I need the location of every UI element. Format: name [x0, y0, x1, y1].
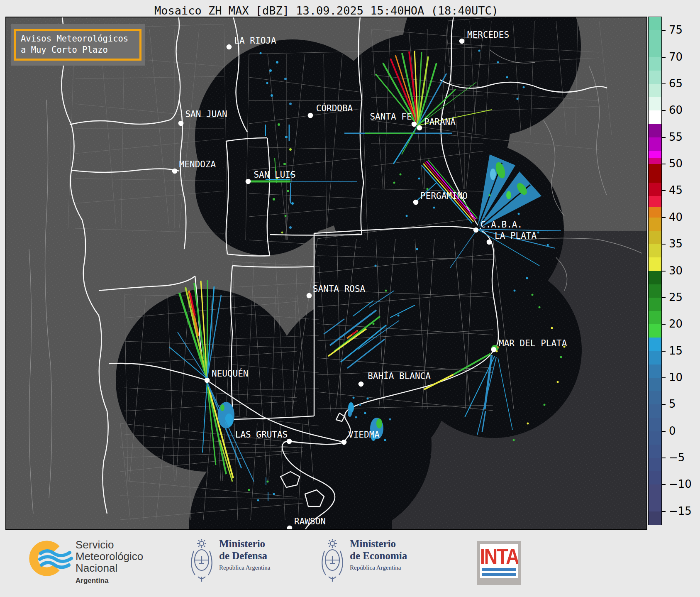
colorbar-segment	[649, 124, 661, 137]
colorbar-tick	[662, 190, 666, 191]
colorbar-segment	[649, 71, 661, 84]
economia-line1: Ministerio	[350, 538, 407, 550]
dbz-colorbar	[649, 17, 661, 525]
colorbar-segment	[649, 365, 661, 378]
map-canvas: LA RIOJAMERCEDESSAN JUANCÓRDOBASANTA FEP…	[5, 17, 647, 530]
colorbar-segment	[649, 338, 661, 351]
colorbar-segment	[649, 445, 661, 458]
city-label: C.A.B.A.	[480, 220, 522, 230]
colorbar-tick	[662, 324, 666, 325]
city-label: MENDOZA	[179, 159, 216, 169]
city-label: CÓRDOBA	[316, 103, 353, 113]
city-label: BAHÍA BLANCA	[368, 371, 431, 381]
colorbar-tick	[662, 110, 666, 111]
colorbar-segment	[649, 218, 661, 231]
colorbar-tick-label: −5	[669, 451, 685, 464]
defensa-line2: de Defensa	[219, 550, 270, 562]
colorbar-tick-label: −15	[669, 505, 692, 517]
warning-badge[interactable]: Avisos Meteorológicos a Muy Corto Plazo	[11, 24, 145, 66]
colorbar-tick-label: −10	[669, 478, 692, 491]
colorbar-tick	[662, 511, 666, 512]
colorbar-segment	[649, 97, 661, 111]
colorbar-tick	[662, 217, 666, 218]
colorbar-segment	[649, 183, 661, 196]
colorbar-tick-label: 70	[669, 51, 683, 63]
smn-name-line3: Nacional	[76, 562, 143, 574]
colorbar-segment	[649, 196, 661, 207]
colorbar-segment	[649, 257, 661, 271]
colorbar-tick-label: 50	[669, 157, 683, 170]
colorbar-tick	[662, 164, 666, 164]
colorbar-segment	[649, 207, 661, 218]
colorbar-segment	[649, 311, 661, 325]
colorbar-tick	[662, 458, 666, 458]
colorbar-tick	[662, 404, 666, 405]
colorbar-tick-label: 55	[669, 131, 683, 143]
colorbar-tick-label: 25	[669, 291, 683, 303]
colorbar-tick	[662, 484, 666, 485]
colorbar-segment	[649, 84, 661, 98]
inta-wordmark: INTA	[480, 544, 518, 569]
city-label: VIEDMA	[348, 430, 380, 440]
city-label: MAR DEL PLATA	[499, 338, 567, 348]
defensa-coat-of-arms-icon	[189, 537, 215, 583]
city-label: LA PLATA	[495, 231, 537, 241]
colorbar-segment	[649, 391, 661, 405]
colorbar-segment	[649, 431, 661, 445]
city-label: SANTA FE	[370, 112, 412, 122]
city-label: SANTA ROSA	[313, 284, 366, 294]
colorbar-segment	[649, 351, 661, 365]
colorbar-tick-label: 10	[669, 371, 683, 384]
smn-logo-icon	[28, 539, 75, 581]
radar-mosaic-map: LA RIOJAMERCEDESSAN JUANCÓRDOBASANTA FEP…	[5, 17, 647, 530]
colorbar-segment	[649, 110, 661, 124]
defensa-line3: República Argentina	[219, 564, 270, 571]
colorbar-segment	[649, 244, 661, 258]
footer: Servicio Meteorológico Nacional Argentin…	[0, 530, 700, 597]
city-label: PERGAMINO	[420, 191, 468, 201]
colorbar-segment	[649, 137, 661, 151]
colorbar-tick-label: 45	[669, 184, 683, 197]
colorbar-segment	[649, 284, 661, 298]
colorbar-segment	[649, 17, 661, 31]
colorbar-tick	[662, 30, 666, 31]
warning-badge-border: Avisos Meteorológicos a Muy Corto Plazo	[14, 29, 141, 61]
colorbar-tick	[662, 377, 666, 378]
colorbar-segment	[649, 158, 661, 164]
colorbar-tick-label: 40	[669, 211, 683, 223]
colorbar-tick-label: 5	[669, 398, 676, 411]
colorbar-segment	[649, 484, 661, 511]
colorbar-segment	[649, 164, 661, 183]
city-label: RAWSON	[294, 516, 326, 526]
colorbar-segment	[649, 418, 661, 432]
defensa-line1: Ministerio	[219, 538, 270, 550]
city-label: SAN JUAN	[185, 109, 227, 119]
colorbar-segment	[649, 511, 661, 525]
colorbar-tick	[662, 271, 666, 272]
city-label: NEUQUÉN	[212, 368, 249, 379]
colorbar-tick-label: 30	[669, 264, 683, 277]
colorbar-segment	[649, 378, 661, 391]
smn-name-line1: Servicio	[76, 539, 143, 551]
colorbar-tick	[662, 351, 666, 352]
colorbar-tick-label: 20	[669, 318, 683, 330]
economia-line3: República Argentina	[350, 564, 407, 571]
inta-logo: INTA	[477, 541, 521, 585]
colorbar-tick	[662, 297, 666, 298]
inta-bar-2	[482, 573, 516, 576]
colorbar-segment	[649, 458, 661, 472]
economia-line2: de Economía	[350, 550, 407, 562]
colorbar-segment	[649, 151, 661, 158]
city-label: PARANÁ	[424, 117, 456, 127]
colorbar-segment	[649, 30, 661, 57]
colorbar-tick-label: 35	[669, 238, 683, 250]
colorbar-tick	[662, 244, 666, 245]
colorbar-segment	[649, 57, 661, 71]
city-label: SAN LUIS	[254, 170, 295, 180]
warning-line2: a Muy Corto Plazo	[21, 44, 139, 56]
colorbar-tick	[662, 137, 666, 138]
colorbar-segment	[649, 471, 661, 485]
city-label: MERCEDES	[467, 30, 509, 40]
colorbar-segment	[649, 298, 661, 311]
colorbar-tick-label: 75	[669, 24, 683, 37]
